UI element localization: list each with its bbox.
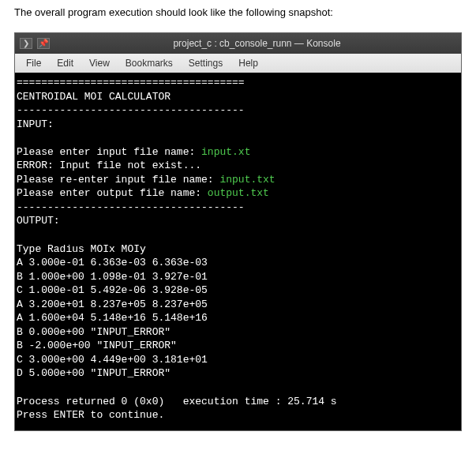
intro-text: The overall program execution should loo… <box>14 6 462 18</box>
user-output-file: output.txt <box>208 187 269 199</box>
menu-help[interactable]: Help <box>231 55 266 71</box>
prompt-reenter-file: Please re-enter input file name: <box>17 174 219 186</box>
user-reenter-file: input.txt <box>219 174 275 186</box>
table-row: A 1.600e+04 5.148e+16 5.148e+16 <box>17 312 208 324</box>
window-titlebar: ❯ 📌 project_c : cb_console_runn — Konsol… <box>15 33 461 54</box>
table-row: D 5.000e+00 "INPUT_ERROR" <box>17 367 171 379</box>
table-header: Type Radius MOIx MOIy <box>17 243 146 255</box>
output-section-header: OUTPUT: <box>17 215 60 227</box>
menu-edit[interactable]: Edit <box>49 55 81 71</box>
table-row: B 0.000e+00 "INPUT_ERROR" <box>17 326 171 338</box>
rule-line: ===================================== <box>17 77 245 88</box>
terminal-icon: ❯ <box>20 38 32 49</box>
pin-icon: 📌 <box>37 38 50 49</box>
window-title: project_c : cb_console_runn — Konsole <box>58 38 456 49</box>
table-row: C 1.000e-01 5.492e-06 3.928e-05 <box>17 284 208 296</box>
titlebar-left-icons: ❯ 📌 <box>20 38 50 49</box>
menubar: File Edit View Bookmarks Settings Help <box>15 54 461 73</box>
prompt-input-file: Please enter input file name: <box>17 146 201 158</box>
prompt-output-file: Please enter output file name: <box>17 187 208 199</box>
menu-view[interactable]: View <box>81 55 118 71</box>
press-enter: Press ENTER to continue. <box>17 409 164 421</box>
menu-bookmarks[interactable]: Bookmarks <box>118 55 181 71</box>
rule-line: ------------------------------------- <box>17 201 245 213</box>
app-title: CENTROIDAL MOI CALCULATOR <box>17 91 171 103</box>
table-row: B 1.000e+00 1.098e-01 3.927e-01 <box>17 271 208 283</box>
menu-settings[interactable]: Settings <box>181 55 231 71</box>
rule-line: ------------------------------------- <box>17 104 245 116</box>
table-row: C 3.000e+00 4.449e+00 3.181e+01 <box>17 354 208 366</box>
error-message: ERROR: Input file not exist... <box>17 160 201 171</box>
konsole-window: ❯ 📌 project_c : cb_console_runn — Konsol… <box>14 32 462 431</box>
input-section-header: INPUT: <box>17 118 54 130</box>
table-row: A 3.200e+01 8.237e+05 8.237e+05 <box>17 298 208 310</box>
user-input-file: input.xt <box>201 146 250 158</box>
process-status: Process returned 0 (0x0) execution time … <box>17 396 337 407</box>
table-row: B -2.000e+00 "INPUT_ERROR" <box>17 340 177 351</box>
table-row: A 3.000e-01 6.363e-03 6.363e-03 <box>17 257 208 268</box>
terminal-output[interactable]: ===================================== CE… <box>15 73 461 430</box>
menu-file[interactable]: File <box>18 55 49 71</box>
